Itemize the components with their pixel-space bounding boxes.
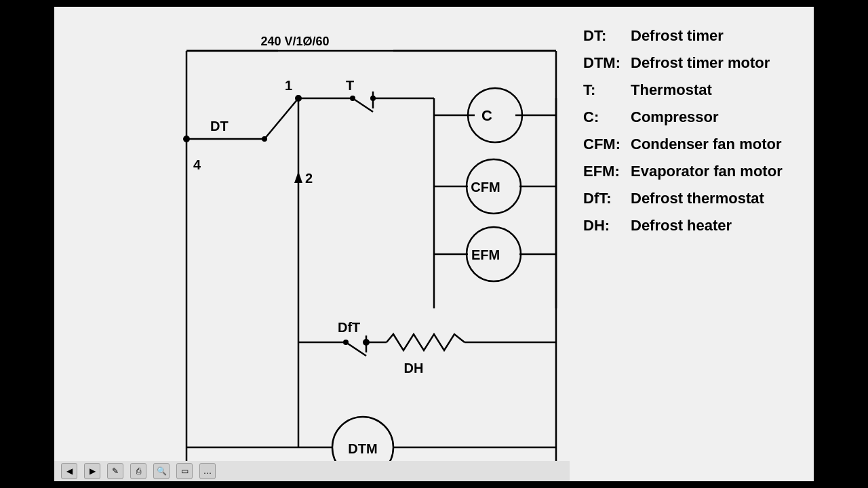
dtm-label: DTM <box>348 441 377 456</box>
legend-abbr: C: <box>583 108 631 126</box>
legend-row: EFM:Evaporator fan motor <box>583 163 800 180</box>
legend-abbr: CFM: <box>583 136 631 153</box>
legend-desc: Evaporator fan motor <box>631 163 783 180</box>
legend-row: DfT:Defrost thermostat <box>583 190 800 207</box>
cfm-label: CFM <box>471 180 500 195</box>
svg-point-43 <box>363 339 370 346</box>
legend-desc: Defrost thermostat <box>631 190 764 207</box>
t-label: T <box>346 78 354 93</box>
toolbar-zoom-btn[interactable]: 🔍 <box>153 463 170 479</box>
legend-row: DTM:Defrost timer motor <box>583 54 800 72</box>
legend-abbr: DTM: <box>583 54 631 72</box>
legend-row: CFM:Condenser fan motor <box>583 136 800 153</box>
main-container: 240 V/1Ø/60 DT 4 1 T 2 C <box>54 7 814 481</box>
toolbar-back-btn[interactable]: ◀ <box>61 463 77 479</box>
voltage-label: 240 V/1Ø/60 <box>260 35 329 48</box>
circuit-diagram: 240 V/1Ø/60 DT 4 1 T 2 C <box>54 7 570 481</box>
dh-label: DH <box>404 361 424 375</box>
svg-line-8 <box>264 98 298 139</box>
legend-desc: Condenser fan motor <box>631 136 781 153</box>
legend-area: DT:Defrost timerDTM:Defrost timer motorT… <box>570 7 814 481</box>
toolbar-view-btn[interactable]: ▭ <box>176 463 193 479</box>
dft-label: DfT <box>338 320 360 335</box>
legend-desc: Defrost timer <box>631 27 724 45</box>
legend-row: DT:Defrost timer <box>583 27 800 45</box>
toolbar-print-btn[interactable]: ⎙ <box>130 463 146 479</box>
legend-desc: Compressor <box>631 108 719 126</box>
num1-label: 1 <box>285 78 292 93</box>
diagram-area: 240 V/1Ø/60 DT 4 1 T 2 C <box>54 7 570 481</box>
num4-label: 4 <box>193 157 201 172</box>
svg-line-31 <box>346 342 366 356</box>
efm-label: EFM <box>471 247 500 262</box>
legend-desc: Thermostat <box>631 81 712 99</box>
svg-marker-42 <box>294 171 302 183</box>
num2-label: 2 <box>305 171 313 186</box>
toolbar-edit-btn[interactable]: ✎ <box>107 463 123 479</box>
legend-abbr: DT: <box>583 27 631 45</box>
c-label: C <box>481 107 492 124</box>
legend-row: C:Compressor <box>583 108 800 126</box>
svg-point-41 <box>295 95 302 102</box>
toolbar-forward-btn[interactable]: ▶ <box>84 463 100 479</box>
legend-row: T:Thermostat <box>583 81 800 99</box>
toolbar: ◀ ▶ ✎ ⎙ 🔍 ▭ … <box>54 461 570 481</box>
legend-abbr: T: <box>583 81 631 99</box>
legend-table: DT:Defrost timerDTM:Defrost timer motorT… <box>583 27 800 235</box>
legend-desc: Defrost heater <box>631 217 732 235</box>
legend-row: DH:Defrost heater <box>583 217 800 235</box>
legend-desc: Defrost timer motor <box>631 54 770 72</box>
legend-abbr: EFM: <box>583 163 631 180</box>
dt-label: DT <box>210 119 229 134</box>
legend-abbr: DH: <box>583 217 631 235</box>
svg-point-20 <box>468 88 522 142</box>
svg-point-40 <box>183 136 190 142</box>
toolbar-more-btn[interactable]: … <box>199 463 216 479</box>
legend-abbr: DfT: <box>583 190 631 207</box>
svg-line-13 <box>353 98 373 112</box>
